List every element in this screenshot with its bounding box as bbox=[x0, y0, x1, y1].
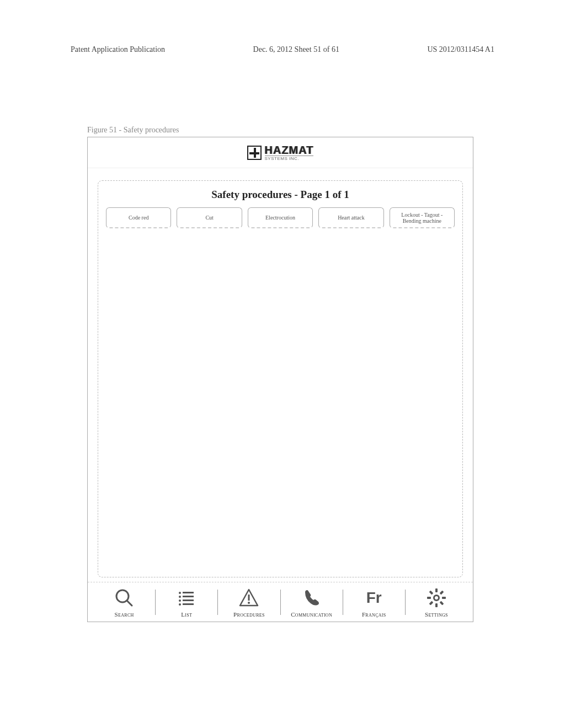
svg-rect-20 bbox=[429, 590, 434, 595]
doc-header-right: US 2012/0311454 A1 bbox=[427, 45, 494, 54]
procedures-panel: Safety procedures - Page 1 of 1 Code red… bbox=[98, 180, 463, 577]
warning-icon bbox=[238, 587, 260, 609]
doc-header-left: Patent Application Publication bbox=[71, 45, 165, 54]
toolbar-communication[interactable]: Communication bbox=[281, 587, 343, 618]
svg-rect-7 bbox=[183, 599, 194, 601]
logo-bottom: SYSTEMS INC. bbox=[265, 156, 314, 161]
logo-mark-icon bbox=[247, 146, 262, 160]
svg-rect-16 bbox=[427, 597, 431, 599]
svg-rect-9 bbox=[183, 603, 194, 605]
svg-rect-18 bbox=[440, 590, 444, 595]
procedure-lockout-tagout[interactable]: Lockout - Tagout - Bending machine bbox=[390, 207, 455, 228]
logo: HAZMAT SYSTEMS INC. bbox=[247, 144, 314, 161]
list-icon bbox=[175, 587, 198, 609]
svg-point-4 bbox=[179, 596, 181, 598]
toolbar-list-label: List bbox=[181, 611, 192, 618]
toolbar-settings[interactable]: Settings bbox=[406, 587, 467, 618]
logo-top: HAZMAT bbox=[265, 144, 314, 156]
svg-rect-19 bbox=[429, 601, 434, 605]
svg-line-1 bbox=[127, 601, 132, 606]
fr-icon: Fr bbox=[363, 587, 385, 609]
figure-caption: Figure 51 - Safety procedures bbox=[87, 126, 179, 135]
gear-icon bbox=[425, 587, 447, 609]
svg-point-6 bbox=[179, 599, 181, 602]
svg-rect-15 bbox=[435, 603, 438, 607]
svg-rect-11 bbox=[248, 595, 250, 601]
procedure-heart-attack[interactable]: Heart attack bbox=[318, 207, 383, 228]
procedures-row: Code red Cut Electrocution Heart attack … bbox=[98, 207, 462, 228]
logo-text: HAZMAT SYSTEMS INC. bbox=[265, 144, 314, 161]
toolbar-procedures[interactable]: Procedures bbox=[218, 587, 280, 618]
procedure-cut[interactable]: Cut bbox=[177, 207, 242, 228]
svg-rect-3 bbox=[183, 592, 194, 593]
search-icon bbox=[113, 587, 135, 609]
toolbar-francais[interactable]: Fr Français bbox=[343, 587, 405, 618]
bottom-toolbar: Search List Procedures bbox=[88, 582, 473, 622]
doc-header: Patent Application Publication Dec. 6, 2… bbox=[71, 45, 494, 54]
fr-glyph: Fr bbox=[366, 589, 382, 607]
svg-rect-14 bbox=[435, 588, 438, 592]
svg-point-2 bbox=[179, 592, 181, 594]
toolbar-francais-label: Français bbox=[362, 611, 386, 618]
svg-point-12 bbox=[248, 602, 250, 604]
toolbar-list[interactable]: List bbox=[156, 587, 217, 618]
procedure-code-red[interactable]: Code red bbox=[106, 207, 171, 228]
procedure-electrocution[interactable]: Electrocution bbox=[248, 207, 313, 228]
doc-header-center: Dec. 6, 2012 Sheet 51 of 61 bbox=[253, 45, 339, 54]
app-frame: HAZMAT SYSTEMS INC. Safety procedures - … bbox=[87, 137, 473, 622]
toolbar-procedures-label: Procedures bbox=[233, 611, 265, 618]
toolbar-search-label: Search bbox=[115, 611, 134, 618]
svg-point-22 bbox=[435, 596, 438, 599]
phone-icon bbox=[301, 587, 323, 609]
toolbar-communication-label: Communication bbox=[291, 611, 332, 618]
svg-rect-5 bbox=[183, 596, 194, 597]
logo-bar: HAZMAT SYSTEMS INC. bbox=[88, 137, 473, 168]
svg-rect-21 bbox=[440, 601, 444, 605]
toolbar-search[interactable]: Search bbox=[93, 587, 155, 618]
panel-title: Safety procedures - Page 1 of 1 bbox=[98, 181, 462, 207]
svg-point-8 bbox=[179, 603, 181, 606]
svg-rect-17 bbox=[442, 597, 446, 599]
toolbar-settings-label: Settings bbox=[425, 611, 448, 618]
